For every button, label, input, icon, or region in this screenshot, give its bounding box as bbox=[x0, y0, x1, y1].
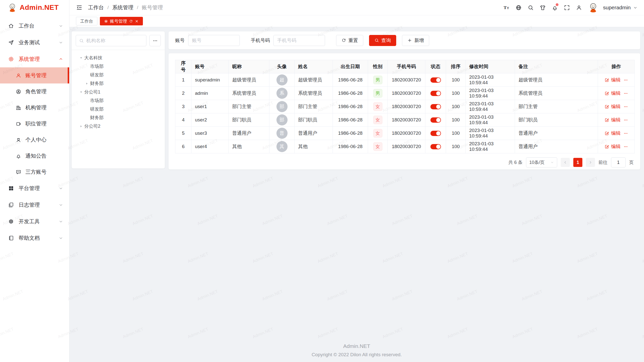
status-toggle[interactable] bbox=[430, 117, 441, 123]
caret-down-icon[interactable] bbox=[78, 56, 84, 60]
edit-button[interactable]: 编辑 bbox=[605, 117, 621, 123]
sidebar-item-notice[interactable]: 通知公告 bbox=[0, 148, 69, 164]
query-input[interactable] bbox=[192, 38, 236, 43]
tree-node[interactable]: 研发部 bbox=[76, 71, 161, 79]
sidebar-item-org-mgmt[interactable]: 机构管理 bbox=[0, 100, 69, 116]
sidebar-item-system-mgmt[interactable]: 系统管理 bbox=[0, 51, 69, 67]
watermark-text: Admin.NET bbox=[391, 213, 413, 226]
sidebar-item-help-docs[interactable]: 帮助文档 bbox=[0, 230, 69, 246]
sidebar-item-third-party-account[interactable]: 三方账号 bbox=[0, 164, 69, 180]
current-page-button[interactable]: 1 bbox=[573, 158, 582, 167]
page-size-select[interactable]: 10条/页 bbox=[526, 157, 557, 167]
tree-node[interactable]: 市场部 bbox=[76, 96, 161, 105]
tree-node[interactable]: 市场部 bbox=[76, 62, 161, 71]
sidebar-item-dev-tools[interactable]: 开发工具 bbox=[0, 213, 69, 230]
edit-icon bbox=[605, 131, 609, 136]
theme-icon-button[interactable] bbox=[538, 3, 548, 13]
edit-button[interactable]: 编辑 bbox=[605, 77, 621, 83]
org-name-field[interactable] bbox=[86, 38, 143, 43]
sidebar-item-business-test[interactable]: 业务测试 bbox=[0, 34, 69, 51]
status-toggle[interactable] bbox=[430, 104, 441, 109]
goto-page-input[interactable]: 1 bbox=[611, 157, 626, 167]
tree-node[interactable]: 财务部 bbox=[76, 113, 161, 122]
edit-button[interactable]: 编辑 bbox=[605, 90, 621, 97]
more-actions-button[interactable] bbox=[624, 118, 628, 122]
cell-order: 100 bbox=[446, 127, 466, 140]
sidebar-item-label: 工作台 bbox=[19, 22, 34, 29]
user-avatar[interactable] bbox=[588, 2, 598, 13]
sidebar-item-position-mgmt[interactable]: 职位管理 bbox=[0, 116, 69, 132]
language-icon-button[interactable] bbox=[513, 3, 524, 13]
org-icon bbox=[16, 105, 21, 111]
bell-icon bbox=[16, 153, 21, 159]
next-page-button[interactable] bbox=[586, 158, 595, 167]
tab-label: 工作台 bbox=[80, 18, 93, 24]
edit-button[interactable]: 编辑 bbox=[605, 103, 621, 110]
tree-node[interactable]: 大名科技 bbox=[76, 54, 161, 62]
column-header-remark: 备注 bbox=[515, 60, 598, 73]
caret-down-icon[interactable] bbox=[78, 90, 84, 94]
query-field-input[interactable] bbox=[273, 35, 325, 46]
breadcrumb-separator: / bbox=[107, 5, 109, 10]
fullscreen-icon-button[interactable] bbox=[562, 3, 572, 13]
refresh-icon[interactable] bbox=[129, 19, 133, 23]
reset-button[interactable]: 重置 bbox=[336, 35, 363, 46]
menu-collapse-icon[interactable] bbox=[76, 4, 83, 11]
tree-more-button[interactable] bbox=[149, 35, 161, 46]
status-toggle[interactable] bbox=[430, 91, 441, 96]
tree-node-label: 研发部 bbox=[90, 72, 104, 78]
more-actions-button[interactable] bbox=[624, 78, 628, 82]
sidebar-item-role-mgmt[interactable]: 角色管理 bbox=[0, 83, 69, 100]
top-navbar: 工作台/系统管理/账号管理 TTsuperadmin bbox=[69, 0, 644, 15]
chevron-down-icon[interactable] bbox=[633, 6, 637, 10]
edit-label: 编辑 bbox=[611, 90, 621, 97]
more-actions-button[interactable] bbox=[624, 145, 628, 149]
edit-button[interactable]: 编辑 bbox=[605, 130, 621, 137]
search-icon-button[interactable] bbox=[526, 3, 536, 13]
more-actions-button[interactable] bbox=[624, 131, 628, 135]
cell-gender: 男 bbox=[368, 73, 388, 87]
cell-nickname: 其他 bbox=[229, 140, 269, 153]
tree-node[interactable]: 财务部 bbox=[76, 79, 161, 88]
prev-page-button[interactable] bbox=[561, 158, 570, 167]
breadcrumb-item[interactable]: 系统管理 bbox=[112, 4, 133, 11]
brand[interactable]: Admin.NET bbox=[0, 0, 69, 15]
status-toggle[interactable] bbox=[430, 131, 441, 136]
org-search-input[interactable] bbox=[76, 35, 146, 46]
cell-ops: 编辑 bbox=[598, 73, 635, 87]
cell-name: 其他 bbox=[295, 140, 333, 153]
edit-button[interactable]: 编辑 bbox=[605, 143, 621, 150]
username[interactable]: superadmin bbox=[603, 5, 631, 11]
svg-text:T: T bbox=[507, 6, 509, 10]
close-icon[interactable] bbox=[135, 19, 139, 23]
table-row: 6user4其他其其他1986-06-28女180200307201002023… bbox=[175, 140, 635, 153]
sidebar: Admin.NET 工作台业务测试系统管理账号管理角色管理机构管理职位管理个人中… bbox=[0, 0, 69, 362]
cell-ops: 编辑 bbox=[598, 127, 635, 140]
caret-right-icon[interactable] bbox=[78, 125, 84, 128]
notification-icon-button[interactable] bbox=[550, 3, 560, 13]
tab-工作台[interactable]: 工作台 bbox=[76, 17, 97, 25]
profile-icon-button[interactable] bbox=[574, 3, 584, 13]
sidebar-item-personal-center[interactable]: 个人中心 bbox=[0, 132, 69, 148]
add-button[interactable]: 新增 bbox=[402, 35, 429, 46]
more-actions-button[interactable] bbox=[624, 91, 628, 96]
caret-right-icon[interactable] bbox=[84, 82, 90, 85]
tab-账号管理[interactable]: 账号管理 bbox=[100, 17, 143, 25]
total-count: 共 6 条 bbox=[508, 159, 522, 165]
status-toggle[interactable] bbox=[430, 77, 441, 83]
tree-node[interactable]: 研发部 bbox=[76, 105, 161, 113]
sidebar-item-platform-mgmt[interactable]: 平台管理 bbox=[0, 180, 69, 197]
search-button[interactable]: 查询 bbox=[369, 35, 396, 46]
more-icon bbox=[153, 38, 158, 43]
query-input[interactable] bbox=[277, 38, 321, 43]
query-field-input[interactable] bbox=[188, 35, 240, 46]
sidebar-item-account-mgmt[interactable]: 账号管理 bbox=[0, 67, 69, 83]
tree-node[interactable]: 分公司1 bbox=[76, 88, 161, 96]
more-actions-button[interactable] bbox=[624, 105, 628, 109]
sidebar-item-workbench[interactable]: 工作台 bbox=[0, 18, 69, 34]
font-size-icon-button[interactable]: TT bbox=[501, 3, 511, 13]
sidebar-item-log-mgmt[interactable]: 日志管理 bbox=[0, 197, 69, 213]
tree-node[interactable]: 分公司2 bbox=[76, 122, 161, 130]
status-toggle[interactable] bbox=[430, 144, 441, 149]
breadcrumb-item[interactable]: 工作台 bbox=[88, 4, 104, 11]
